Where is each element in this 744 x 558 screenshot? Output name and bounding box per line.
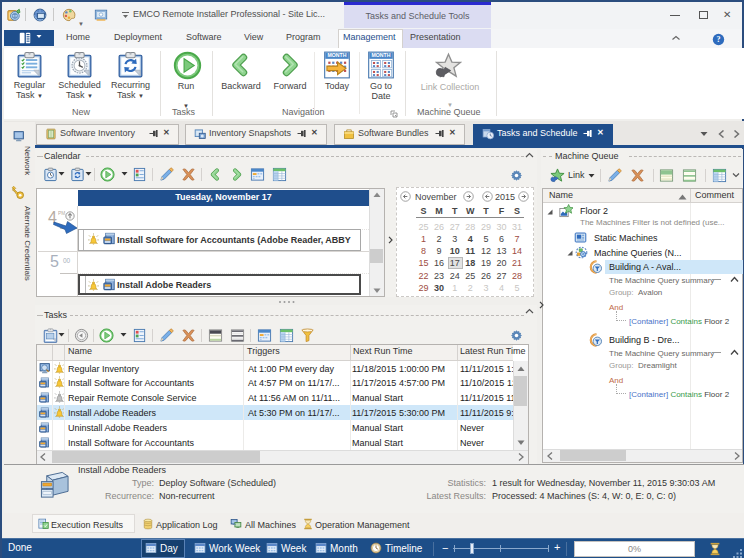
svg-text:MONTH: MONTH — [372, 52, 391, 58]
svg-text:?: ? — [716, 35, 720, 44]
svg-text:MONTH: MONTH — [328, 52, 347, 58]
